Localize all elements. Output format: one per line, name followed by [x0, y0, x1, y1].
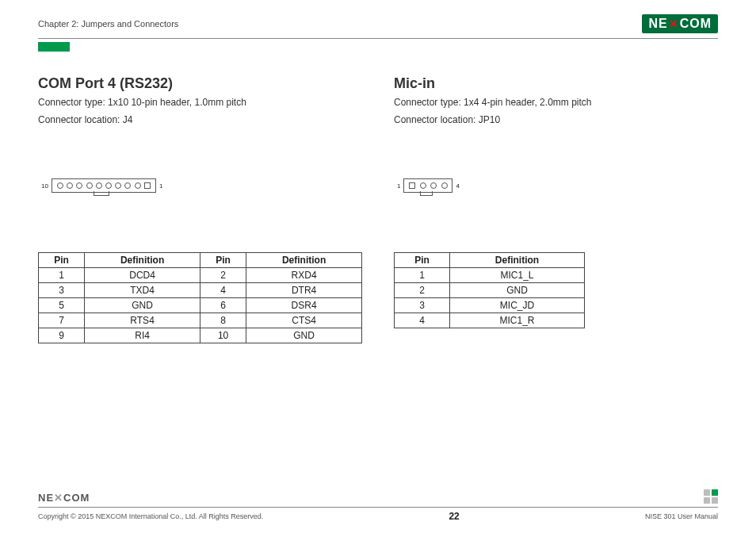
- table-row: 1DCD42RXD4: [39, 268, 362, 283]
- connector-diagram-4pin: 1 4: [394, 154, 718, 217]
- footer-logo: NE✕COM: [38, 492, 90, 504]
- table-row: 9RI410GND: [39, 328, 362, 343]
- pin-hole-icon: [124, 182, 131, 189]
- table-row: 7RTS48CTS4: [39, 313, 362, 328]
- page-footer: NE✕COM Copyright © 2015 NEXCOM Internati…: [38, 489, 718, 522]
- pin-hole-icon: [86, 182, 93, 189]
- connector-location: Connector location: J4: [38, 113, 362, 127]
- main-content: COM Port 4 (RS232) Connector type: 1x10 …: [38, 75, 718, 343]
- brand-logo: NE ✕ COM: [642, 14, 718, 33]
- pin-hole-icon: [115, 182, 121, 189]
- page-header: Chapter 2: Jumpers and Connectors NE ✕ C…: [38, 14, 718, 33]
- footer-x-icon: ✕: [54, 492, 63, 504]
- connector-type: Connector type: 1x10 10-pin header, 1.0m…: [38, 95, 362, 109]
- section-mic-in: Mic-in Connector type: 1x4 4-pin header,…: [394, 75, 718, 343]
- green-accent-bar: [38, 42, 70, 52]
- footer-squares-icon: [704, 489, 718, 504]
- section-title: COM Port 4 (RS232): [38, 75, 362, 92]
- copyright-text: Copyright © 2015 NEXCOM International Co…: [38, 512, 263, 520]
- connector-body: [403, 178, 452, 193]
- connector-body: [52, 178, 156, 193]
- brand-logo-box: NE ✕ COM: [642, 14, 718, 33]
- pin-hole-icon: [96, 182, 102, 189]
- pin-hole-icon: [420, 182, 426, 189]
- table-row: 1MIC1_L: [395, 268, 585, 283]
- table-row: 5GND6DSR4: [39, 298, 362, 313]
- connector-type: Connector type: 1x4 4-pin header, 2.0mm …: [394, 95, 718, 109]
- connector-diagram-10pin: 10 1: [38, 154, 362, 217]
- pin-hole-icon: [441, 182, 448, 189]
- col-pin: Pin: [395, 253, 450, 268]
- table-header-row: Pin Definition Pin Definition: [39, 253, 362, 268]
- manual-name: NISE 301 User Manual: [645, 512, 718, 520]
- table-header-row: Pin Definition: [395, 253, 585, 268]
- section-title: Mic-in: [394, 75, 718, 92]
- table-row: 3MIC_JD: [395, 298, 585, 313]
- table-row: 4MIC1_R: [395, 313, 585, 328]
- col-def: Definition: [450, 253, 585, 268]
- pin1-square-icon: [144, 182, 151, 189]
- col-def: Definition: [246, 253, 362, 268]
- pin-label-left: 1: [397, 182, 400, 190]
- pinout-table-com4: Pin Definition Pin Definition 1DCD42RXD4…: [38, 252, 362, 343]
- pin-hole-icon: [67, 182, 73, 189]
- pin-hole-icon: [105, 182, 112, 189]
- col-pin: Pin: [39, 253, 85, 268]
- pin-label-left: 10: [41, 182, 48, 190]
- pin1-square-icon: [409, 182, 415, 189]
- col-def: Definition: [85, 253, 200, 268]
- pinout-table-micin: Pin Definition 1MIC1_L 2GND 3MIC_JD 4MIC…: [394, 252, 585, 328]
- logo-x-icon: ✕: [669, 17, 679, 30]
- footer-rule: [38, 507, 718, 508]
- pin-label-right: 1: [159, 182, 162, 190]
- pin-label-right: 4: [456, 182, 459, 190]
- col-pin: Pin: [200, 253, 246, 268]
- chapter-label: Chapter 2: Jumpers and Connectors: [38, 19, 178, 29]
- page-number: 22: [449, 511, 459, 522]
- pin-hole-icon: [57, 182, 63, 189]
- header-rule: [38, 38, 718, 39]
- table-row: 3TXD44DTR4: [39, 283, 362, 298]
- connector-location: Connector location: JP10: [394, 113, 718, 127]
- pin-hole-icon: [135, 182, 141, 189]
- section-com-port-4: COM Port 4 (RS232) Connector type: 1x10 …: [38, 75, 362, 343]
- pin-hole-icon: [430, 182, 437, 189]
- pin-hole-icon: [76, 182, 82, 189]
- table-row: 2GND: [395, 283, 585, 298]
